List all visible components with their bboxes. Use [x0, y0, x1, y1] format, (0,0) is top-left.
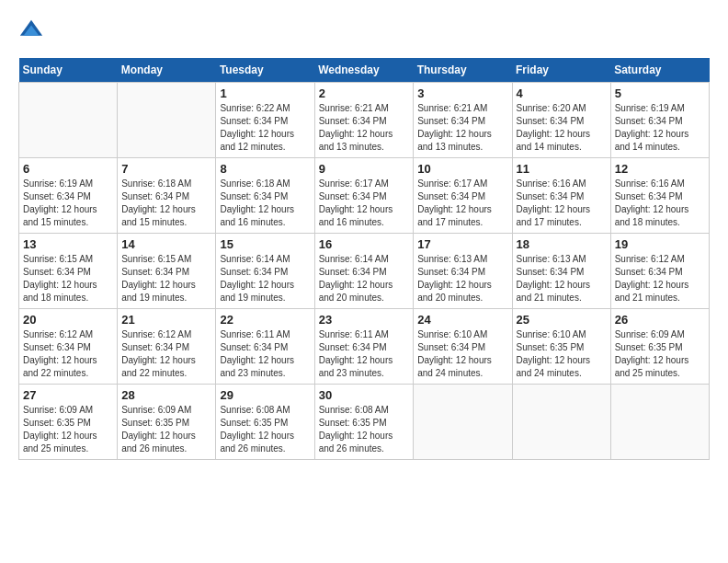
weekday-header: Monday: [118, 58, 216, 83]
day-number: 19: [615, 237, 705, 251]
calendar-cell: 7Sunrise: 6:18 AM Sunset: 6:34 PM Daylig…: [118, 158, 216, 234]
calendar-cell: 4Sunrise: 6:20 AM Sunset: 6:34 PM Daylig…: [512, 83, 610, 158]
day-info: Sunrise: 6:18 AM Sunset: 6:34 PM Dayligh…: [121, 178, 211, 229]
day-number: 24: [417, 313, 507, 327]
calendar-cell: 28Sunrise: 6:09 AM Sunset: 6:35 PM Dayli…: [118, 385, 216, 460]
day-info: Sunrise: 6:13 AM Sunset: 6:34 PM Dayligh…: [417, 253, 507, 304]
calendar-cell: [512, 385, 610, 460]
weekday-header: Wednesday: [314, 58, 414, 83]
calendar-cell: 13Sunrise: 6:15 AM Sunset: 6:34 PM Dayli…: [19, 234, 118, 309]
day-number: 23: [319, 313, 410, 327]
day-info: Sunrise: 6:20 AM Sunset: 6:34 PM Dayligh…: [517, 102, 607, 154]
day-number: 13: [23, 237, 113, 251]
calendar-header-row: SundayMondayTuesdayWednesdayThursdayFrid…: [19, 58, 710, 83]
day-info: Sunrise: 6:11 AM Sunset: 6:34 PM Dayligh…: [220, 328, 310, 380]
day-info: Sunrise: 6:21 AM Sunset: 6:34 PM Dayligh…: [319, 102, 410, 154]
day-number: 21: [121, 313, 211, 327]
day-number: 16: [319, 237, 410, 251]
day-info: Sunrise: 6:15 AM Sunset: 6:34 PM Dayligh…: [23, 253, 113, 304]
calendar-cell: 22Sunrise: 6:11 AM Sunset: 6:34 PM Dayli…: [216, 309, 314, 385]
day-info: Sunrise: 6:17 AM Sunset: 6:34 PM Dayligh…: [319, 178, 410, 229]
day-number: 10: [417, 162, 507, 176]
day-info: Sunrise: 6:10 AM Sunset: 6:35 PM Dayligh…: [517, 328, 607, 380]
calendar-week-row: 6Sunrise: 6:19 AM Sunset: 6:34 PM Daylig…: [19, 158, 710, 234]
logo: [18, 18, 48, 44]
calendar-cell: 10Sunrise: 6:17 AM Sunset: 6:34 PM Dayli…: [414, 158, 512, 234]
weekday-header: Sunday: [19, 58, 118, 83]
calendar-table: SundayMondayTuesdayWednesdayThursdayFrid…: [18, 58, 710, 460]
day-number: 3: [417, 86, 507, 100]
calendar-cell: 6Sunrise: 6:19 AM Sunset: 6:34 PM Daylig…: [19, 158, 118, 234]
day-number: 20: [23, 313, 113, 327]
calendar-cell: [610, 385, 709, 460]
day-number: 15: [220, 237, 310, 251]
calendar-cell: 12Sunrise: 6:16 AM Sunset: 6:34 PM Dayli…: [610, 158, 709, 234]
day-info: Sunrise: 6:12 AM Sunset: 6:34 PM Dayligh…: [121, 328, 211, 380]
calendar-week-row: 20Sunrise: 6:12 AM Sunset: 6:34 PM Dayli…: [19, 309, 710, 385]
calendar-cell: 2Sunrise: 6:21 AM Sunset: 6:34 PM Daylig…: [314, 83, 414, 158]
day-number: 4: [517, 86, 607, 100]
calendar-cell: 5Sunrise: 6:19 AM Sunset: 6:34 PM Daylig…: [610, 83, 709, 158]
day-info: Sunrise: 6:17 AM Sunset: 6:34 PM Dayligh…: [417, 178, 507, 229]
day-info: Sunrise: 6:16 AM Sunset: 6:34 PM Dayligh…: [615, 178, 705, 229]
calendar-cell: 11Sunrise: 6:16 AM Sunset: 6:34 PM Dayli…: [512, 158, 610, 234]
calendar-cell: 8Sunrise: 6:18 AM Sunset: 6:34 PM Daylig…: [216, 158, 314, 234]
day-number: 27: [23, 388, 113, 402]
day-number: 30: [319, 388, 410, 402]
day-info: Sunrise: 6:14 AM Sunset: 6:34 PM Dayligh…: [319, 253, 410, 304]
calendar-cell: 30Sunrise: 6:08 AM Sunset: 6:35 PM Dayli…: [314, 385, 414, 460]
day-info: Sunrise: 6:09 AM Sunset: 6:35 PM Dayligh…: [121, 404, 211, 455]
day-number: 12: [615, 162, 705, 176]
day-info: Sunrise: 6:13 AM Sunset: 6:34 PM Dayligh…: [517, 253, 607, 304]
day-info: Sunrise: 6:15 AM Sunset: 6:34 PM Dayligh…: [121, 253, 211, 304]
calendar-cell: 19Sunrise: 6:12 AM Sunset: 6:34 PM Dayli…: [610, 234, 709, 309]
day-info: Sunrise: 6:16 AM Sunset: 6:34 PM Dayligh…: [517, 178, 607, 229]
calendar-cell: 29Sunrise: 6:08 AM Sunset: 6:35 PM Dayli…: [216, 385, 314, 460]
day-info: Sunrise: 6:10 AM Sunset: 6:34 PM Dayligh…: [417, 328, 507, 380]
day-number: 7: [121, 162, 211, 176]
calendar-week-row: 13Sunrise: 6:15 AM Sunset: 6:34 PM Dayli…: [19, 234, 710, 309]
day-number: 5: [615, 86, 705, 100]
calendar-cell: 15Sunrise: 6:14 AM Sunset: 6:34 PM Dayli…: [216, 234, 314, 309]
day-info: Sunrise: 6:18 AM Sunset: 6:34 PM Dayligh…: [220, 178, 310, 229]
day-number: 9: [319, 162, 410, 176]
weekday-header: Thursday: [414, 58, 512, 83]
day-info: Sunrise: 6:14 AM Sunset: 6:34 PM Dayligh…: [220, 253, 310, 304]
calendar-week-row: 27Sunrise: 6:09 AM Sunset: 6:35 PM Dayli…: [19, 385, 710, 460]
calendar-cell: [118, 83, 216, 158]
calendar-cell: 1Sunrise: 6:22 AM Sunset: 6:34 PM Daylig…: [216, 83, 314, 158]
day-number: 17: [417, 237, 507, 251]
calendar-cell: 23Sunrise: 6:11 AM Sunset: 6:34 PM Dayli…: [314, 309, 414, 385]
day-number: 22: [220, 313, 310, 327]
calendar-cell: 25Sunrise: 6:10 AM Sunset: 6:35 PM Dayli…: [512, 309, 610, 385]
logo-icon: [18, 18, 44, 44]
day-number: 25: [517, 313, 607, 327]
day-info: Sunrise: 6:19 AM Sunset: 6:34 PM Dayligh…: [23, 178, 113, 229]
day-number: 11: [517, 162, 607, 176]
day-number: 18: [517, 237, 607, 251]
calendar-cell: 16Sunrise: 6:14 AM Sunset: 6:34 PM Dayli…: [314, 234, 414, 309]
calendar-cell: 3Sunrise: 6:21 AM Sunset: 6:34 PM Daylig…: [414, 83, 512, 158]
weekday-header: Tuesday: [216, 58, 314, 83]
day-number: 29: [220, 388, 310, 402]
day-info: Sunrise: 6:09 AM Sunset: 6:35 PM Dayligh…: [23, 404, 113, 455]
day-number: 2: [319, 86, 410, 100]
calendar-cell: 18Sunrise: 6:13 AM Sunset: 6:34 PM Dayli…: [512, 234, 610, 309]
day-info: Sunrise: 6:08 AM Sunset: 6:35 PM Dayligh…: [319, 404, 410, 455]
calendar-cell: [19, 83, 118, 158]
day-info: Sunrise: 6:21 AM Sunset: 6:34 PM Dayligh…: [417, 102, 507, 154]
calendar-cell: 27Sunrise: 6:09 AM Sunset: 6:35 PM Dayli…: [19, 385, 118, 460]
day-number: 28: [121, 388, 211, 402]
day-number: 6: [23, 162, 113, 176]
weekday-header: Saturday: [610, 58, 709, 83]
calendar-cell: 17Sunrise: 6:13 AM Sunset: 6:34 PM Dayli…: [414, 234, 512, 309]
calendar-cell: 26Sunrise: 6:09 AM Sunset: 6:35 PM Dayli…: [610, 309, 709, 385]
calendar-cell: 24Sunrise: 6:10 AM Sunset: 6:34 PM Dayli…: [414, 309, 512, 385]
day-number: 8: [220, 162, 310, 176]
day-info: Sunrise: 6:12 AM Sunset: 6:34 PM Dayligh…: [23, 328, 113, 380]
day-info: Sunrise: 6:12 AM Sunset: 6:34 PM Dayligh…: [615, 253, 705, 304]
day-number: 1: [220, 86, 310, 100]
day-info: Sunrise: 6:19 AM Sunset: 6:34 PM Dayligh…: [615, 102, 705, 154]
page-header: [18, 18, 710, 44]
day-info: Sunrise: 6:09 AM Sunset: 6:35 PM Dayligh…: [615, 328, 705, 380]
